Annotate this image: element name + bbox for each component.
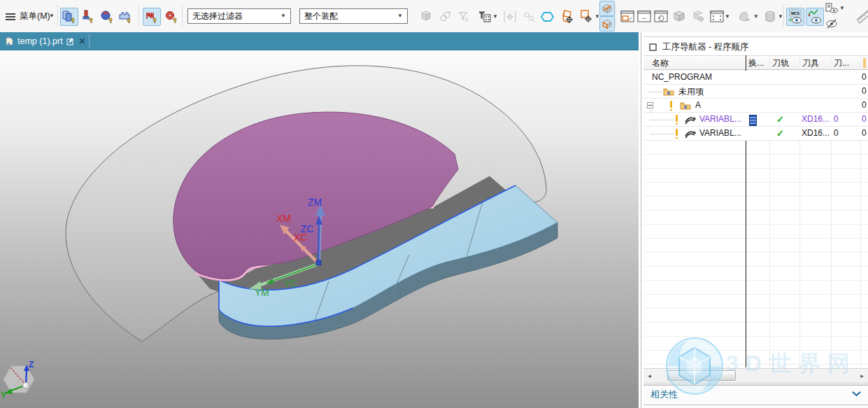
details-section-bar[interactable]: 细节 bbox=[643, 405, 868, 408]
part-tab[interactable]: temp (1).prt ✕ bbox=[0, 32, 92, 50]
part-tab-strip: temp (1).prt ✕ bbox=[0, 32, 639, 50]
mcs-icon-label: MCS bbox=[791, 11, 800, 15]
tool-cell[interactable]: XD16... bbox=[802, 128, 830, 138]
show-toolpath-button[interactable] bbox=[806, 8, 824, 26]
column-tool[interactable]: 刀具 bbox=[802, 57, 830, 69]
section-view-button[interactable] bbox=[599, 1, 615, 16]
geometry-view-button[interactable] bbox=[98, 8, 116, 26]
hide-object-icon[interactable] bbox=[824, 16, 839, 31]
needs-regenerate-icon bbox=[676, 115, 678, 122]
panel-window-icon bbox=[649, 43, 657, 51]
tree-row-unused-items[interactable]: a 未用项 0 bbox=[643, 85, 868, 99]
tree-row-operation-2[interactable]: VARIABL... ✓ XD16... 0 0 bbox=[643, 127, 868, 141]
menu-button[interactable]: 菜单(M) bbox=[20, 10, 50, 22]
operation-label[interactable]: VARIABL... bbox=[699, 114, 744, 124]
resize-window-icon[interactable]: ↔ bbox=[635, 8, 653, 26]
program-order-view-button[interactable] bbox=[60, 8, 78, 26]
horizontal-scrollbar[interactable]: ◂ ▸ bbox=[643, 368, 868, 382]
fit-selection-icon[interactable] bbox=[501, 8, 519, 26]
column-name[interactable]: 名称 bbox=[652, 57, 743, 69]
operation-navigator-panel: 工序导航器 - 程序顺序 名称 换... 刀轨 刀具 刀... NC_PROGR… bbox=[643, 36, 868, 408]
modified-part-icon[interactable] bbox=[66, 37, 76, 46]
workpiece-caret-icon[interactable]: ▼ bbox=[753, 14, 759, 20]
selection-filter-dropdown[interactable]: 无选择过滤器 ▼ bbox=[187, 8, 291, 24]
blank-caret-icon[interactable]: ▼ bbox=[778, 14, 783, 20]
node-label[interactable]: A bbox=[695, 100, 743, 110]
chevron-down-icon[interactable] bbox=[852, 391, 861, 397]
clipped-column-header bbox=[863, 58, 866, 68]
triad-label-z: Z bbox=[29, 360, 34, 370]
verify-toolpath-button[interactable] bbox=[162, 8, 180, 26]
toolpath-ok-check-icon: ✓ bbox=[776, 114, 790, 125]
tree-row-nc-program[interactable]: NC_PROGRAM 0 bbox=[643, 71, 868, 85]
generate-toolpath-button[interactable] bbox=[143, 8, 161, 26]
show-window-icon[interactable] bbox=[618, 8, 636, 26]
filter-undo-icon[interactable] bbox=[455, 8, 473, 26]
column-toolpath[interactable]: 刀轨 bbox=[772, 57, 798, 69]
column-toolchange[interactable]: 换... bbox=[748, 57, 768, 69]
tree-row-program-a[interactable]: a A 0 bbox=[643, 99, 868, 113]
navigator-column-header: 名称 换... 刀轨 刀具 刀... bbox=[643, 55, 868, 70]
measure-snap-icon[interactable] bbox=[520, 8, 539, 26]
dependencies-section-bar[interactable]: 相关性 bbox=[643, 385, 868, 402]
show-hide-dialog-icon[interactable] bbox=[824, 1, 839, 16]
operation-label[interactable]: VARIABL... bbox=[699, 128, 744, 138]
tab-divider bbox=[89, 34, 90, 48]
spreadsheet-window-icon[interactable] bbox=[708, 8, 726, 26]
machine-tool-view-button[interactable] bbox=[78, 8, 97, 26]
show-hide-caret-icon[interactable]: ▼ bbox=[839, 6, 845, 11]
filter-dialog-caret-icon[interactable]: ▼ bbox=[492, 14, 498, 20]
hamburger-menu-icon[interactable] bbox=[6, 11, 15, 20]
scrollbar-thumb[interactable] bbox=[667, 370, 736, 381]
variable-contour-operation-icon bbox=[684, 128, 696, 141]
tool-number-cell[interactable]: 0 bbox=[834, 128, 858, 138]
scroll-left-icon[interactable]: ◂ bbox=[644, 370, 655, 381]
analysis-ruler-icon[interactable] bbox=[855, 8, 868, 26]
machining-method-view-button[interactable] bbox=[116, 8, 134, 26]
filter-caret-icon: ▼ bbox=[280, 13, 286, 19]
filter-dialog-icon[interactable] bbox=[476, 8, 494, 26]
blank-cylinder-icon[interactable] bbox=[761, 8, 779, 26]
assembly-constraints-icon[interactable] bbox=[690, 8, 708, 26]
navigator-title-bar[interactable]: 工序导航器 - 程序顺序 bbox=[649, 41, 749, 53]
scope-caret-icon: ▼ bbox=[397, 13, 403, 19]
node-label[interactable]: 未用项 bbox=[678, 86, 743, 98]
tree-connector bbox=[650, 120, 674, 120]
menu-caret-icon[interactable]: ▼ bbox=[49, 13, 55, 19]
panel-splitter[interactable] bbox=[641, 32, 641, 408]
wcs-orient-square-icon[interactable] bbox=[578, 8, 596, 26]
time-cell-clipped: 0 bbox=[862, 114, 868, 124]
scroll-right-icon[interactable]: ▸ bbox=[857, 370, 867, 381]
needs-regenerate-icon bbox=[670, 101, 672, 108]
graphics-viewport[interactable]: ZM ZC XM XC YC YM Z Y bbox=[0, 50, 639, 408]
axis-label-ym: YM bbox=[255, 287, 269, 298]
show-mcs-button[interactable]: MCS bbox=[786, 8, 804, 26]
selection-scope-value: 整个装配 bbox=[304, 10, 338, 22]
shaded-display-icon[interactable] bbox=[670, 8, 688, 26]
workpiece-display-icon[interactable] bbox=[736, 8, 754, 26]
time-cell-clipped: 0 bbox=[862, 86, 868, 96]
hexagon-selection-icon[interactable] bbox=[539, 8, 557, 26]
variable-contour-operation-icon bbox=[684, 114, 696, 127]
tree-row-operation-1[interactable]: VARIABL... ✓ XD16... 0 0 bbox=[643, 113, 868, 127]
column-toolnumber[interactable]: 刀... bbox=[834, 57, 859, 69]
selection-scope-dropdown[interactable]: 整个装配 ▼ bbox=[299, 8, 408, 24]
spreadsheet-caret-icon[interactable]: ▼ bbox=[725, 14, 730, 20]
tree-connector bbox=[650, 134, 674, 134]
refresh-window-icon[interactable] bbox=[652, 8, 670, 26]
tool-cell[interactable]: XD16... bbox=[802, 114, 830, 124]
solid-body-filter-icon[interactable] bbox=[417, 8, 435, 26]
nx-cam-application: { "toolbar": { "menu_label": "菜单(M)", "f… bbox=[0, 0, 868, 408]
tool-change-icon bbox=[749, 115, 757, 126]
time-cell-clipped: 0 bbox=[862, 128, 868, 138]
part-file-icon bbox=[6, 37, 14, 45]
tool-number-cell[interactable]: 0 bbox=[834, 114, 858, 124]
close-tab-icon[interactable]: ✕ bbox=[79, 36, 86, 46]
clip-section-button[interactable] bbox=[599, 16, 615, 31]
node-label[interactable]: NC_PROGRAM bbox=[652, 72, 743, 82]
wcs-orient-cube-icon[interactable] bbox=[558, 8, 576, 26]
tree-collapse-toggle[interactable] bbox=[647, 102, 653, 108]
program-group-folder-icon: a bbox=[663, 87, 674, 96]
toolbar-separator bbox=[57, 5, 58, 27]
snap-point-icon[interactable] bbox=[436, 8, 455, 26]
